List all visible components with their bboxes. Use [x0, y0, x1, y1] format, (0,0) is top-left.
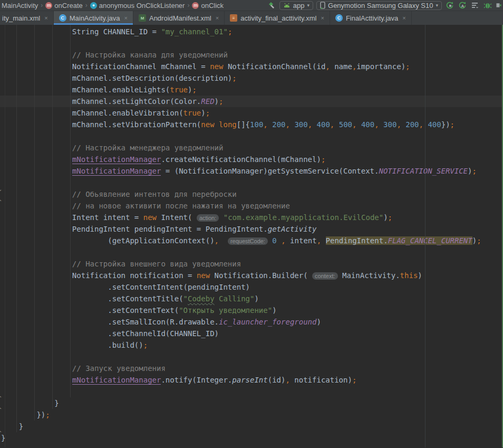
chevron-down-icon: ▾: [307, 3, 310, 8]
breadcrumb-item-class[interactable]: MainActivity: [1, 2, 39, 9]
fold-marker-icon[interactable]: ⌃: [0, 407, 2, 413]
profiler-icon[interactable]: [470, 1, 480, 10]
code-token: ;: [228, 27, 232, 36]
code-line[interactable]: mChannel.enableVibration(true);: [1, 107, 503, 119]
code-line[interactable]: String CHANNEL_ID = "my_channel_01";: [1, 26, 503, 37]
code-token: [215, 120, 219, 129]
code-line[interactable]: // Настройка канала для уведомлений: [1, 49, 503, 61]
code-line[interactable]: }: [1, 432, 503, 444]
code-token: 300: [383, 120, 396, 129]
code-line[interactable]: .setSmallIcon(R.drawable.ic_launcher_for…: [1, 316, 503, 328]
code-area[interactable]: String CHANNEL_ID = "my_channel_01"; // …: [0, 25, 503, 444]
breadcrumb-item-anonymous-class[interactable]: ● anonymous OnClickListener: [89, 2, 186, 9]
tab-activity-final-acttivity-xml[interactable]: ≡ activity_final_acttivity.xml ×: [225, 11, 330, 25]
code-token: // на новое активити после нажатия на ув…: [1, 202, 290, 210]
code-token: ;: [477, 236, 481, 245]
device-select[interactable]: Genymotion Samsung Galaxy S10 ▾: [316, 1, 442, 10]
code-token: (id): [268, 376, 286, 384]
apply-code-changes-icon[interactable]: A: [458, 1, 467, 10]
build-hammer-icon[interactable]: [267, 1, 276, 10]
tab-close-icon[interactable]: ×: [321, 15, 324, 21]
code-token: ic_launcher_foreground: [219, 318, 316, 326]
code-token: 300: [294, 120, 307, 129]
run-configuration-label: app: [293, 2, 305, 9]
code-token: notification): [290, 376, 352, 384]
tab-mainactivity-java[interactable]: C MainActivity.java ×: [54, 11, 133, 25]
tab-androidmanifest-xml[interactable]: M AndroidManifest.xml ×: [133, 11, 225, 25]
param-hint-chip: requestCode:: [228, 237, 268, 245]
code-line[interactable]: [1, 37, 503, 49]
code-line[interactable]: [1, 177, 503, 188]
code-token: Intent intent =: [1, 213, 143, 222]
code-line[interactable]: .build();: [1, 339, 503, 351]
code-token: // Настройка менеджера уведомлений: [1, 144, 223, 152]
code-line[interactable]: // Настройка внешнего вида уведомления: [1, 258, 503, 270]
code-line[interactable]: .setContentText("Открыть уведомление"): [1, 304, 503, 316]
code-line[interactable]: [1, 351, 503, 363]
code-line[interactable]: (getApplicationContext(), requestCode: 0…: [1, 235, 503, 246]
code-token: parseInt: [232, 376, 267, 384]
code-line[interactable]: .setContentTitle("Codeby Calling"): [1, 293, 503, 304]
fold-marker-icon[interactable]: ⌄: [0, 186, 2, 192]
code-token: mChannel.setVibrationPattern(: [1, 120, 201, 129]
code-token: // Запуск уведомления: [1, 364, 166, 373]
code-token: 400: [317, 120, 330, 129]
code-line[interactable]: NotificationChannel mChannel = new Notif…: [1, 61, 503, 72]
tab-close-icon[interactable]: ×: [44, 15, 47, 21]
breadcrumb-item-oncreate[interactable]: m onCreate: [44, 2, 83, 9]
code-token: .setContentTitle(: [1, 294, 183, 303]
code-line[interactable]: [1, 130, 503, 142]
fold-marker-icon[interactable]: ⌃: [0, 430, 2, 436]
code-line[interactable]: mChannel.enableLights(true);: [1, 84, 503, 96]
code-line[interactable]: Notification notification = new Notifica…: [1, 270, 503, 281]
tab-close-icon[interactable]: ×: [124, 15, 128, 21]
code-token: 400: [428, 120, 441, 129]
tab-activity-main-xml[interactable]: ity_main.xml ×: [0, 11, 54, 25]
code-token: // Обьявление интентов для переброски: [1, 190, 237, 198]
code-token: [219, 236, 228, 245]
code-token: PendingIntent.: [326, 236, 388, 245]
attach-debugger-icon[interactable]: [496, 1, 502, 10]
code-line[interactable]: // Обьявление интентов для переброски: [1, 188, 503, 200]
code-token: mNotificationManager: [72, 376, 161, 385]
fold-marker-icon[interactable]: ⌃: [0, 199, 2, 205]
code-token: NOTIFICATION_SERVICE: [379, 167, 468, 175]
code-token: .build(): [1, 341, 143, 349]
code-line[interactable]: // Запуск уведомления: [1, 363, 503, 374]
code-editor[interactable]: String CHANNEL_ID = "my_channel_01"; // …: [0, 25, 503, 447]
code-line[interactable]: [1, 246, 503, 258]
code-token: [1, 167, 72, 175]
code-line[interactable]: // на новое активити после нажатия на ув…: [1, 200, 503, 212]
run-configuration-select[interactable]: app ▾: [279, 1, 313, 10]
code-line[interactable]: [1, 386, 503, 397]
code-line[interactable]: Intent intent = new Intent( action: "com…: [1, 212, 503, 223]
code-line[interactable]: });: [1, 409, 503, 421]
fold-marker-icon[interactable]: ⌃: [0, 395, 2, 401]
code-line[interactable]: mChannel.setLightColor(Color.RED);: [1, 96, 503, 107]
code-token: name: [330, 62, 352, 71]
code-line[interactable]: .setContentIntent(pendingIntent): [1, 281, 503, 293]
tab-close-icon[interactable]: ×: [402, 15, 405, 21]
breadcrumb: MainActivity › m onCreate › ● anonymous …: [0, 2, 225, 9]
breadcrumb-label: onCreate: [54, 2, 82, 9]
chevron-down-icon: ▾: [436, 3, 438, 8]
tab-finalacttivity-java[interactable]: C FinalActtivity.java ×: [330, 11, 412, 25]
code-line[interactable]: .setChannelId(CHANNEL_ID): [1, 328, 503, 339]
code-line[interactable]: mChannel.setVibrationPattern(new long[]{…: [1, 119, 503, 130]
code-token: ): [215, 97, 219, 106]
code-line[interactable]: mChannel.setDescription(description);: [1, 72, 503, 84]
code-line[interactable]: mNotificationManager = (NotificationMana…: [1, 165, 503, 177]
code-line[interactable]: mNotificationManager.createNotificationC…: [1, 154, 503, 165]
tab-close-icon[interactable]: ×: [216, 15, 219, 21]
code-token: new: [143, 213, 157, 222]
code-token: Notification notification =: [1, 271, 197, 280]
code-line[interactable]: }: [1, 397, 503, 409]
code-line[interactable]: }: [1, 421, 503, 432]
code-line[interactable]: PendingIntent pendingIntent = PendingInt…: [1, 223, 503, 235]
breadcrumb-item-onclick[interactable]: m onClick: [191, 2, 225, 9]
code-line[interactable]: // Настройка менеджера уведомлений: [1, 142, 503, 154]
code-line[interactable]: mNotificationManager.notify(Integer.pars…: [1, 374, 503, 386]
apply-changes-icon[interactable]: [445, 1, 454, 10]
code-token: [1, 376, 72, 384]
debug-icon[interactable]: [483, 1, 492, 10]
